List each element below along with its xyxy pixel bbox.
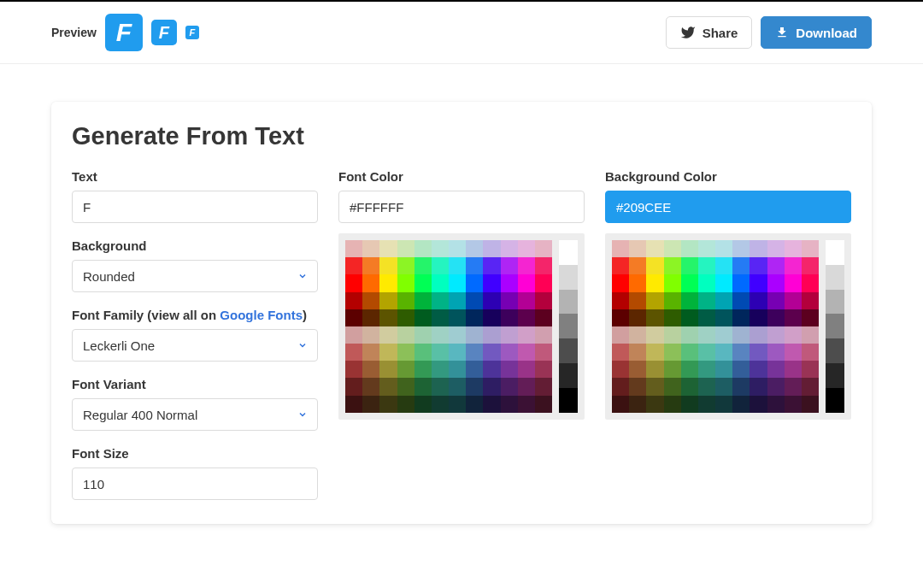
color-swatch[interactable] [414, 240, 432, 257]
color-swatch[interactable] [379, 361, 397, 378]
color-swatch[interactable] [664, 326, 681, 344]
color-swatch[interactable] [449, 326, 466, 344]
color-swatch[interactable] [518, 326, 535, 344]
color-swatch[interactable] [466, 396, 483, 413]
color-swatch[interactable] [646, 257, 663, 274]
color-swatch[interactable] [432, 361, 449, 378]
gray-swatch[interactable] [826, 314, 844, 338]
color-swatch[interactable] [612, 326, 629, 344]
color-swatch[interactable] [785, 326, 802, 344]
color-swatch[interactable] [449, 344, 466, 361]
color-swatch[interactable] [345, 378, 362, 395]
color-swatch[interactable] [612, 361, 629, 378]
gray-swatch[interactable] [826, 240, 844, 265]
color-swatch[interactable] [466, 344, 483, 361]
color-swatch[interactable] [629, 361, 646, 378]
color-swatch[interactable] [664, 257, 681, 274]
color-swatch[interactable] [715, 274, 732, 291]
color-swatch[interactable] [802, 309, 819, 326]
share-button[interactable]: Share [666, 16, 753, 49]
color-swatch[interactable] [345, 326, 362, 344]
color-swatch[interactable] [449, 361, 466, 378]
color-swatch[interactable] [629, 396, 646, 413]
color-swatch[interactable] [767, 361, 785, 378]
color-swatch[interactable] [664, 344, 681, 361]
color-swatch[interactable] [802, 396, 819, 413]
color-swatch[interactable] [535, 361, 552, 378]
color-swatch[interactable] [698, 240, 715, 257]
color-swatch[interactable] [466, 257, 483, 274]
color-swatch[interactable] [646, 309, 663, 326]
color-swatch[interactable] [345, 257, 362, 274]
color-swatch[interactable] [646, 326, 663, 344]
gray-swatch[interactable] [826, 338, 844, 363]
color-swatch[interactable] [767, 240, 785, 257]
color-swatch[interactable] [449, 396, 466, 413]
color-swatch[interactable] [629, 240, 646, 257]
color-swatch[interactable] [466, 326, 483, 344]
color-swatch[interactable] [646, 274, 663, 291]
gray-swatch[interactable] [559, 363, 578, 388]
color-swatch[interactable] [681, 326, 698, 344]
color-swatch[interactable] [466, 309, 483, 326]
gray-swatch[interactable] [826, 265, 844, 290]
color-swatch[interactable] [646, 361, 663, 378]
color-swatch[interactable] [646, 378, 663, 395]
color-swatch[interactable] [362, 240, 379, 257]
color-swatch[interactable] [732, 309, 750, 326]
gray-swatch[interactable] [826, 363, 844, 388]
color-swatch[interactable] [397, 361, 414, 378]
color-swatch[interactable] [629, 257, 646, 274]
color-swatch[interactable] [518, 378, 535, 395]
color-swatch[interactable] [501, 292, 518, 309]
color-swatch[interactable] [767, 326, 785, 344]
color-swatch[interactable] [535, 240, 552, 257]
color-swatch[interactable] [483, 292, 500, 309]
color-swatch[interactable] [414, 274, 432, 291]
font-color-display[interactable]: #FFFFFF [338, 191, 585, 223]
gray-swatch[interactable] [826, 290, 844, 315]
color-swatch[interactable] [345, 274, 362, 291]
color-swatch[interactable] [345, 344, 362, 361]
color-swatch[interactable] [483, 257, 500, 274]
gray-swatch[interactable] [559, 265, 578, 290]
color-swatch[interactable] [362, 378, 379, 395]
color-swatch[interactable] [362, 274, 379, 291]
color-swatch[interactable] [414, 326, 432, 344]
color-swatch[interactable] [732, 378, 750, 395]
color-swatch[interactable] [767, 274, 785, 291]
color-swatch[interactable] [750, 257, 767, 274]
color-swatch[interactable] [698, 361, 715, 378]
color-swatch[interactable] [732, 292, 750, 309]
color-swatch[interactable] [449, 378, 466, 395]
color-swatch[interactable] [483, 396, 500, 413]
color-swatch[interactable] [785, 257, 802, 274]
color-swatch[interactable] [612, 309, 629, 326]
color-swatch[interactable] [345, 309, 362, 326]
color-swatch[interactable] [732, 274, 750, 291]
color-swatch[interactable] [379, 257, 397, 274]
color-swatch[interactable] [449, 257, 466, 274]
color-swatch[interactable] [612, 257, 629, 274]
color-swatch[interactable] [379, 240, 397, 257]
color-swatch[interactable] [432, 274, 449, 291]
color-swatch[interactable] [379, 378, 397, 395]
color-swatch[interactable] [802, 257, 819, 274]
color-swatch[interactable] [681, 309, 698, 326]
color-swatch[interactable] [767, 396, 785, 413]
color-swatch[interactable] [750, 240, 767, 257]
color-swatch[interactable] [535, 309, 552, 326]
color-swatch[interactable] [379, 274, 397, 291]
color-swatch[interactable] [629, 326, 646, 344]
color-swatch[interactable] [466, 361, 483, 378]
color-swatch[interactable] [681, 274, 698, 291]
color-swatch[interactable] [397, 344, 414, 361]
color-swatch[interactable] [449, 240, 466, 257]
color-swatch[interactable] [767, 292, 785, 309]
color-swatch[interactable] [715, 396, 732, 413]
color-swatch[interactable] [698, 344, 715, 361]
color-swatch[interactable] [483, 378, 500, 395]
color-swatch[interactable] [715, 326, 732, 344]
color-swatch[interactable] [501, 240, 518, 257]
color-swatch[interactable] [750, 361, 767, 378]
